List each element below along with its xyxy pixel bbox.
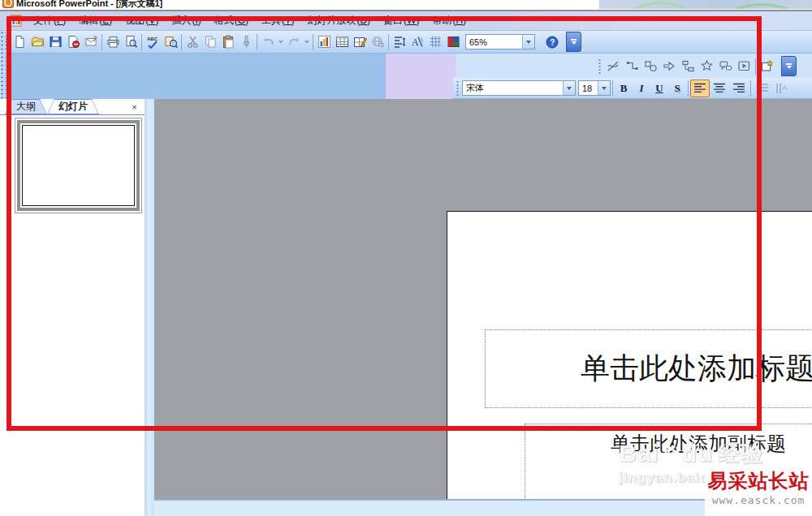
- powerpoint-window: Microsoft PowerPoint - [演示文稿1] 文件(F) 编辑(…: [0, 0, 812, 516]
- toolbar-grip[interactable]: [0, 31, 6, 99]
- titlebar: Microsoft PowerPoint - [演示文稿1]: [0, 0, 812, 10]
- baidu-logo-text: Bai: [619, 440, 659, 467]
- powerpoint-app-icon: [2, 0, 14, 8]
- window-title: Microsoft PowerPoint - [演示文稿1]: [16, 0, 162, 10]
- annotation-rectangle: [6, 16, 762, 431]
- baidu-paw-icon: [660, 443, 681, 464]
- baidu-logo-text: du: [682, 440, 714, 467]
- toolbar-options-icon[interactable]: [781, 56, 797, 76]
- easck-site-name: 易采站长站: [705, 468, 812, 494]
- easck-url-text: www.easck.com: [705, 494, 812, 506]
- wallpaper-curve: [713, 3, 810, 9]
- svg-text:A: A: [783, 84, 788, 92]
- char-spacing-icon[interactable]: A: [772, 80, 792, 97]
- desktop-background: [599, 0, 812, 9]
- easck-watermark: 易采站长站 www.easck.com: [705, 468, 812, 516]
- wallpaper-curve: [624, 2, 697, 9]
- jingyan-text: 经验: [718, 439, 763, 468]
